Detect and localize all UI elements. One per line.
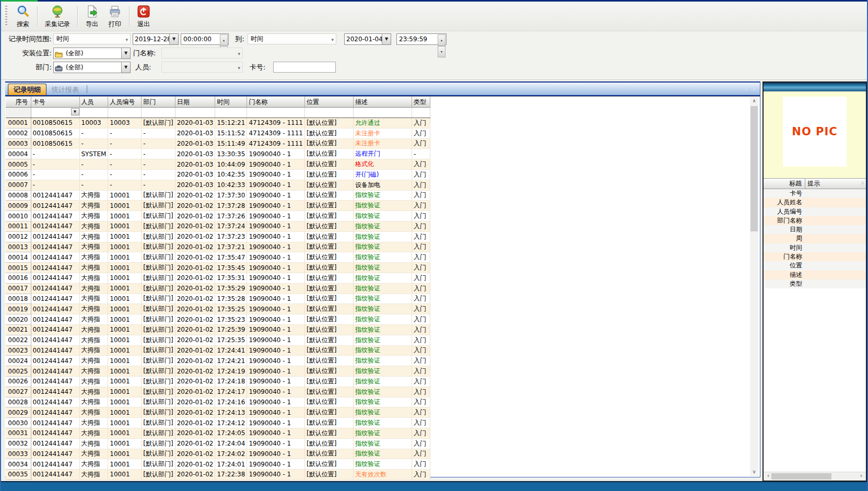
collect-records-button[interactable]: 采集记录	[40, 2, 75, 31]
table-row[interactable]: 000080012441447大拇指10001[默认部门]2020-01-021…	[6, 190, 430, 201]
table-row[interactable]: 000120012441447大拇指10001[默认部门]2020-01-021…	[6, 231, 430, 242]
filter-cell[interactable]: ▼	[31, 108, 79, 118]
table-row[interactable]: 000220012441447大拇指10001[默认部门]2020-01-021…	[6, 335, 430, 345]
print-button[interactable]: 打印	[103, 2, 126, 31]
hint-row[interactable]: 卡号	[764, 189, 866, 198]
dropdown-arrow-icon[interactable]: ▼	[121, 62, 130, 73]
filter-cell[interactable]	[175, 108, 215, 118]
dropdown-arrow-icon[interactable]: ▼	[169, 34, 178, 44]
hint-row[interactable]: 描述	[764, 271, 866, 279]
column-header-0[interactable]: 序号	[6, 97, 31, 108]
scroll-left-icon[interactable]: ‹	[765, 472, 772, 480]
table-row[interactable]: 000020010850615---2020-01-0315:11:524712…	[6, 128, 430, 138]
filter-cell[interactable]	[412, 108, 430, 118]
table-row[interactable]: 000200012441447大拇指10001[默认部门]2020-01-021…	[6, 314, 430, 325]
vertical-scrollbar[interactable]: ∧ ∨	[750, 97, 758, 476]
hint-row[interactable]: 门名称	[764, 252, 866, 261]
table-row[interactable]: 000340012441447大拇指10001[默认部门]2020-01-021…	[6, 459, 430, 470]
table-row[interactable]: 000300012441447大拇指10001[默认部门]2020-01-021…	[6, 418, 430, 428]
filter-cell[interactable]	[304, 108, 353, 118]
tab-scroll-right-icon[interactable]: ▸	[753, 86, 756, 92]
department-combo[interactable]: (全部) ▼	[53, 62, 131, 73]
hint-row[interactable]: 人员编号	[764, 207, 866, 216]
table-row[interactable]: 000260012441447大拇指10001[默认部门]2020-01-021…	[6, 376, 430, 387]
column-header-9[interactable]: 描述	[353, 97, 412, 108]
end-range-type-combo[interactable]: 时间 ▾	[248, 33, 336, 44]
door-name-combo[interactable]: ▾	[161, 48, 243, 59]
table-row[interactable]: 000290012441447大拇指10001[默认部门]2020-01-021…	[6, 407, 430, 418]
scrollbar-thumb[interactable]	[771, 473, 831, 480]
table-row[interactable]: 000150012441447大拇指10001[默认部门]2020-01-021…	[6, 263, 430, 273]
table-row[interactable]: 000270012441447大拇指10001[默认部门]2020-01-021…	[6, 387, 430, 397]
hint-row[interactable]: 日期	[764, 225, 866, 234]
table-row[interactable]: 000180012441447大拇指10001[默认部门]2020-01-021…	[6, 294, 430, 304]
end-date-picker[interactable]: 2020-01-04 ▼	[344, 33, 391, 45]
filter-cell[interactable]	[142, 108, 175, 118]
table-row[interactable]: 00007----2020-01-0310:42:3319090040 - 1[…	[6, 180, 430, 190]
start-time-spinner[interactable]: 00:00:00 ▴▾	[181, 33, 229, 45]
tab-scroll-left-icon[interactable]: ◂	[745, 86, 747, 92]
table-row[interactable]: 000160012441447大拇指10001[默认部门]2020-01-021…	[6, 273, 430, 283]
spin-up-icon[interactable]: ▴	[438, 34, 445, 46]
column-header-6[interactable]: 时间	[215, 97, 247, 108]
table-row[interactable]: 000090012441447大拇指10001[默认部门]2020-01-021…	[6, 201, 430, 211]
column-header-1[interactable]: 卡号	[31, 97, 79, 108]
table-row[interactable]: 000190012441447大拇指10001[默认部门]2020-01-021…	[6, 304, 430, 314]
table-row[interactable]: 000250012441447大拇指10001[默认部门]2020-01-021…	[6, 366, 430, 377]
column-header-7[interactable]: 门名称	[247, 97, 305, 108]
column-header-3[interactable]: 人员编号	[108, 97, 142, 108]
column-header-5[interactable]: 日期	[175, 97, 215, 108]
table-row[interactable]: 00004-SYSTEM--2020-01-0313:30:3519090040…	[6, 149, 430, 159]
tab-statistics-report[interactable]: 统计报表	[46, 84, 84, 95]
hint-row[interactable]: 时间	[764, 243, 866, 252]
table-row[interactable]: 00005----2020-01-0310:44:0919090040 - 1[…	[6, 159, 430, 170]
spin-up-icon[interactable]: ▴	[220, 34, 228, 46]
dropdown-arrow-icon[interactable]: ▼	[121, 48, 130, 59]
tab-record-detail[interactable]: 记录明细	[8, 84, 46, 95]
table-row[interactable]: 000140012441447大拇指10001[默认部门]2020-01-021…	[6, 252, 430, 263]
table-row[interactable]: 000030010850615---2020-01-0315:11:494712…	[6, 138, 430, 149]
scroll-down-icon[interactable]: ∨	[750, 468, 758, 476]
hint-row[interactable]: 部门名称	[764, 216, 866, 225]
hint-row[interactable]: 人员姓名	[764, 198, 866, 207]
table-row[interactable]: 000350012441447大拇指10001[默认部门]2020-01-021…	[6, 470, 430, 480]
filter-cell[interactable]	[247, 108, 305, 118]
filter-cell[interactable]	[353, 108, 412, 118]
table-row[interactable]: 000130012441447大拇指10001[默认部门]2020-01-021…	[6, 242, 430, 252]
scroll-up-icon[interactable]: ∧	[750, 97, 758, 105]
table-row[interactable]: 000170012441447大拇指10001[默认部门]2020-01-021…	[6, 283, 430, 294]
table-row[interactable]: 000330012441447大拇指10001[默认部门]2020-01-021…	[6, 449, 430, 459]
scrollbar-thumb[interactable]	[750, 106, 758, 231]
table-row[interactable]: 000100012441447大拇指10001[默认部门]2020-01-021…	[6, 211, 430, 221]
table-row[interactable]: 0000100108506151000310003[默认部门]2020-01-0…	[6, 118, 430, 128]
table-row[interactable]: 000110012441447大拇指10001[默认部门]2020-01-021…	[6, 221, 430, 231]
start-date-picker[interactable]: 2019-12-28 ▼	[133, 33, 179, 45]
table-row[interactable]: 000240012441447大拇指10001[默认部门]2020-01-021…	[6, 356, 430, 366]
end-time-spinner[interactable]: 23:59:59 ▴▾	[396, 33, 447, 45]
table-row[interactable]: 000320012441447大拇指10001[默认部门]2020-01-021…	[6, 438, 430, 449]
card-number-input[interactable]	[273, 62, 336, 73]
filter-cell[interactable]	[108, 108, 142, 118]
hint-row[interactable]: 类型	[764, 279, 866, 288]
dropdown-arrow-icon[interactable]: ▼	[382, 34, 391, 44]
table-row[interactable]: 000210012441447大拇指10001[默认部门]2020-01-021…	[6, 324, 430, 335]
column-header-4[interactable]: 部门	[142, 97, 175, 108]
table-row[interactable]: 00006----2020-01-0310:42:3519090040 - 1[…	[6, 169, 430, 180]
hint-row[interactable]: 位置	[764, 261, 866, 270]
column-header-8[interactable]: 位置	[304, 97, 353, 108]
exit-button[interactable]: 退出	[132, 2, 155, 31]
hint-scroll-up-icon[interactable]: ∧	[861, 180, 864, 185]
horizontal-scrollbar[interactable]: ‹ ›	[764, 472, 866, 481]
install-location-combo[interactable]: (全部) ▼	[53, 48, 131, 59]
export-button[interactable]: 导出	[80, 2, 103, 31]
filter-cell[interactable]	[215, 108, 247, 118]
table-row[interactable]: 000310012441447大拇指10001[默认部门]2020-01-021…	[6, 428, 430, 438]
spin-down-icon[interactable]: ▾	[438, 46, 445, 57]
hint-row[interactable]: 周	[764, 234, 866, 243]
range-type-combo[interactable]: 时间 ▾	[53, 33, 131, 44]
card-filter-dropdown-icon[interactable]: ▼	[71, 108, 79, 115]
column-header-2[interactable]: 人员	[79, 97, 108, 108]
scroll-right-icon[interactable]: ›	[858, 472, 865, 480]
toolbar-drag-handle[interactable]	[5, 6, 7, 27]
table-row[interactable]: 000280012441447大拇指10001[默认部门]2020-01-021…	[6, 397, 430, 407]
